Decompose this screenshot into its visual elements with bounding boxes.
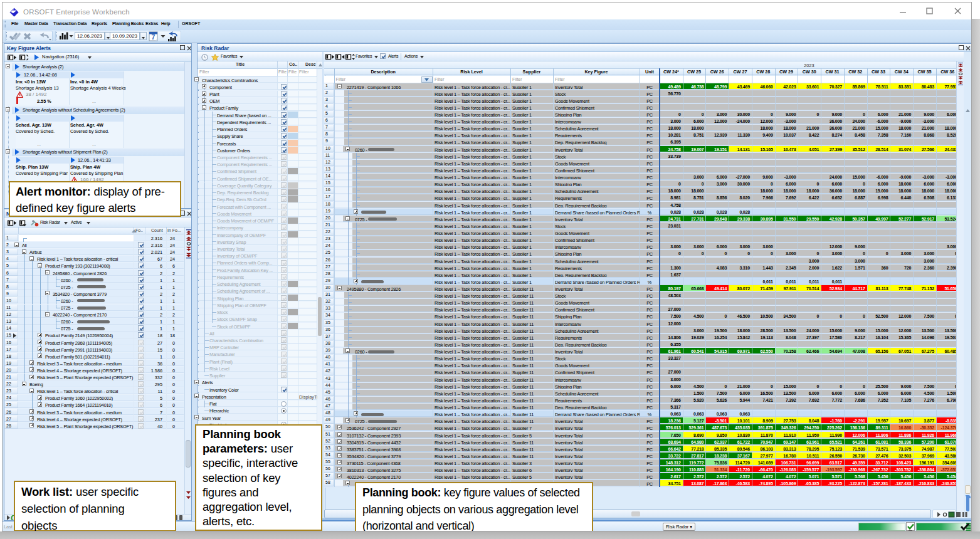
- svg-text:7: 7: [152, 33, 155, 41]
